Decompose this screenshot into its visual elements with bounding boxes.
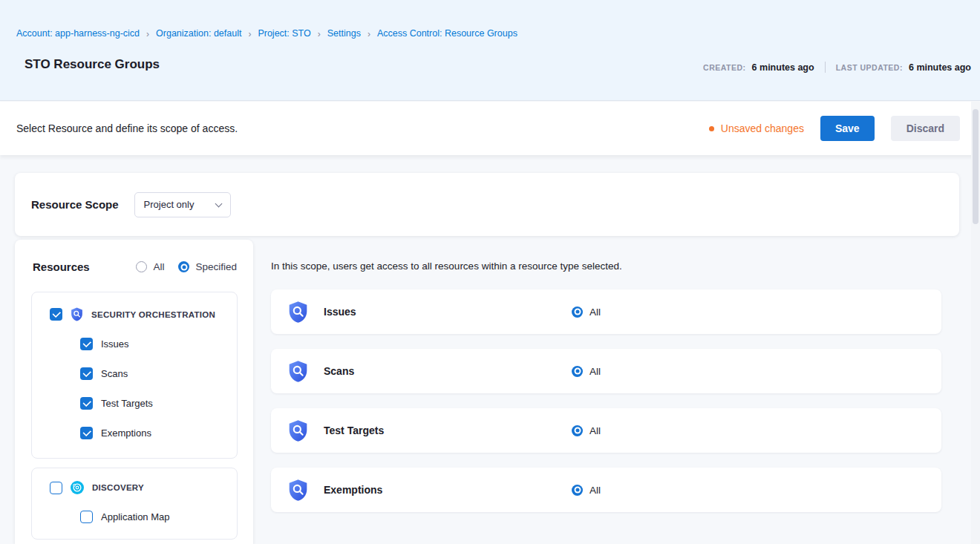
discard-button[interactable]: Discard [891,116,960,141]
discovery-icon [71,481,84,494]
resource-card-title: Test Targets [324,425,384,436]
radio-all[interactable]: All [136,261,164,272]
header-meta: CREATED: 6 minutes ago LAST UPDATED: 6 m… [703,62,971,73]
resource-scope-selected-value: Project only [144,199,195,210]
save-button[interactable]: Save [820,116,875,141]
resource-card-exemptions: Exemptions All [271,468,941,512]
vertical-scrollbar-thumb[interactable] [973,109,979,224]
page-title: STO Resource Groups [24,57,160,72]
breadcrumb: Account: app-harness-ng-cicd › Organizat… [16,28,517,39]
toolbar-description: Select Resource and define its scope of … [16,122,238,134]
radio-on-icon [572,485,583,496]
checkbox-discovery[interactable] [50,482,62,494]
chevron-right-icon: › [368,29,370,39]
resource-scope-title: Resource Scope [31,198,119,211]
resource-card-title: Exemptions [324,484,382,496]
created-value: 6 minutes ago [752,62,814,73]
unsaved-dot-icon [709,126,714,131]
group-row-security-orchestration: SECURITY ORCHESTRATION [32,307,237,321]
group-children: Issues Scans Test Targets Exemptions [32,329,237,448]
breadcrumb-link-organization[interactable]: Organization: default [156,28,241,39]
shield-icon [288,479,308,502]
tree-item-label: Application Map [101,511,170,522]
radio-on-icon [572,307,583,318]
radio-on-icon [572,425,583,436]
shield-icon [288,419,308,442]
breadcrumb-link-settings[interactable]: Settings [327,28,361,39]
breadcrumb-link-account[interactable]: Account: app-harness-ng-cicd [16,28,140,39]
chevron-right-icon: › [318,29,321,39]
shield-icon [71,307,83,321]
tree-item-label: Exemptions [101,427,151,439]
chevron-right-icon: › [146,29,149,39]
last-updated-label: LAST UPDATED: [836,63,903,72]
radio-access-label: All [589,425,601,436]
radio-on-icon [572,366,583,377]
tree-item-label: Issues [101,338,129,350]
checkbox-application-map[interactable] [80,511,93,523]
toolbar-actions: Unsaved changes Save Discard [709,116,960,141]
radio-access-label: All [589,307,601,318]
breadcrumb-link-resource-groups[interactable]: Access Control: Resource Groups [377,28,517,39]
resource-scope-card: Resource Scope Project only [15,173,959,236]
checkbox-scans[interactable] [80,367,93,380]
radio-all-label: All [153,261,164,272]
tree-item-exemptions: Exemptions [32,418,237,448]
group-row-discovery: DISCOVERY [32,481,237,494]
checkbox-security-orchestration[interactable] [50,308,62,321]
shield-icon [288,360,308,383]
tree-item-application-map: Application Map [32,502,237,531]
resources-panel: Resources All Specified SECURITY ORCHEST… [15,240,253,544]
resource-card-title: Issues [324,306,356,318]
tree-item-scans: Scans [32,358,237,388]
chevron-down-icon [215,200,222,207]
resources-title: Resources [33,260,90,273]
radio-specified[interactable]: Specified [178,261,237,272]
shield-icon [288,301,308,324]
resource-scope-select[interactable]: Project only [134,192,231,217]
radio-access-all[interactable]: All [572,425,601,436]
radio-specified-label: Specified [195,261,237,272]
resource-card-title: Scans [324,365,354,377]
radio-access-all[interactable]: All [572,307,601,318]
resource-card-scans: Scans All [271,349,941,393]
checkbox-issues[interactable] [80,338,93,350]
resource-card-test-targets: Test Targets All [271,408,941,453]
radio-access-all[interactable]: All [572,366,601,377]
chevron-right-icon: › [248,29,251,39]
resource-card-issues: Issues All [271,289,941,334]
radio-access-all[interactable]: All [572,485,601,496]
radio-on-icon [178,261,189,272]
breadcrumb-link-project[interactable]: Project: STO [258,28,310,39]
tree-item-label: Scans [101,368,128,379]
tree-item-test-targets: Test Targets [32,388,237,418]
meta-divider [825,62,826,73]
unsaved-changes-label: Unsaved changes [721,122,804,134]
page-header: Account: app-harness-ng-cicd › Organizat… [0,0,980,101]
checkbox-test-targets[interactable] [80,397,93,410]
radio-access-label: All [589,485,601,496]
group-label: DISCOVERY [92,483,144,492]
resource-group-security-orchestration: SECURITY ORCHESTRATION Issues Scans Test… [31,292,238,459]
last-updated-value: 6 minutes ago [909,62,971,73]
action-toolbar: Select Resource and define its scope of … [0,102,980,155]
resource-group-discovery: DISCOVERY Application Map [31,468,238,540]
radio-off-icon [136,261,147,272]
tree-item-issues: Issues [32,329,237,358]
tree-item-label: Test Targets [101,398,153,409]
vertical-scrollbar-track[interactable] [971,102,980,544]
scope-info-text: In this scope, users get access to all r… [271,260,622,272]
resources-header: Resources All Specified [33,260,237,273]
created-label: CREATED: [703,63,745,72]
unsaved-changes-indicator: Unsaved changes [709,122,804,134]
radio-access-label: All [589,366,601,377]
resources-mode-radios: All Specified [136,261,237,272]
checkbox-exemptions[interactable] [80,427,93,439]
group-label: SECURITY ORCHESTRATION [91,310,215,319]
group-children: Application Map [32,502,237,531]
